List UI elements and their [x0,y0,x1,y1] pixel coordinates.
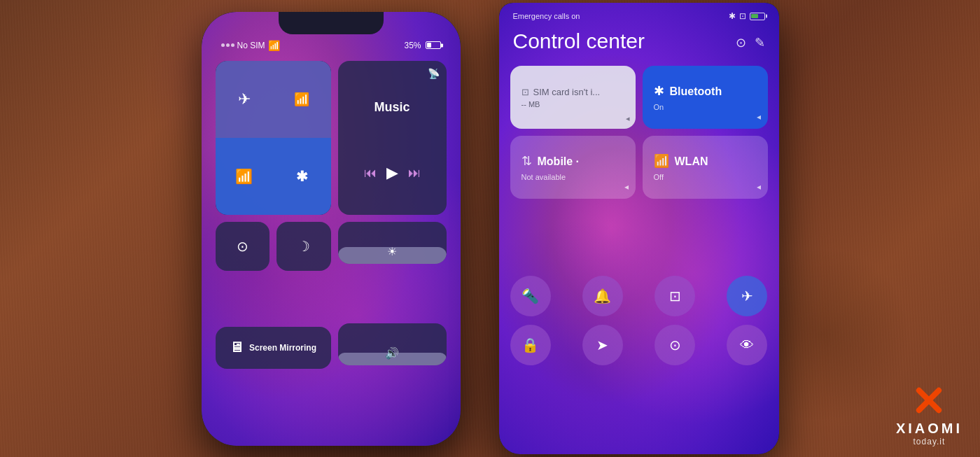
wlan-arrow: ◂ [757,182,761,192]
mobile-data-title: Mobile · [538,155,580,168]
settings-icon[interactable]: ⊙ [736,35,746,50]
music-widget[interactable]: 📡 Music ⏮ ▶ ⏭ [338,61,447,216]
bell-icon: 🔔 [594,288,611,304]
sim-arrow: ◂ [626,114,630,123]
brand-domain: today.it [913,437,946,447]
screen-mirror-label: Screen Mirroring [249,343,316,353]
mobile-data-icon: ⇅ [522,153,532,169]
brightness-slider[interactable]: ☀ [338,222,447,264]
wlan-title: WLAN [675,155,708,168]
xiaomi-device: Emergency calls on ✱ ⊡ Control center ⊙ … [499,3,779,454]
fast-forward-icon[interactable]: ⏭ [408,166,421,181]
wifi-icon: 📶 [235,168,253,185]
phones-wrapper: No SIM 📶 35% ✈ [0,0,980,457]
emergency-text: Emergency calls on [513,12,580,20]
brightness-icon: ☀ [387,245,397,258]
bluetooth-title: Bluetooth [670,85,722,98]
iphone-screen: No SIM 📶 35% ✈ [202,12,461,446]
xiaomi-screen: Emergency calls on ✱ ⊡ Control center ⊙ … [499,3,779,454]
wifi-status-icon: 📶 [268,40,280,51]
sim-card-icon: ⊡ [522,87,529,97]
battery-fill [427,43,431,48]
cellular-button[interactable]: 📶 [273,61,331,138]
carrier-label: No SIM [237,41,265,50]
screen-mirror-button[interactable]: 🖥 Screen Mirroring [216,327,331,369]
sim-mb-label: -- MB [522,100,624,108]
xiaomi-status-icons: ✱ ⊡ [729,11,765,21]
wifi-button[interactable]: 📶 [216,138,274,215]
moon-icon: ☽ [298,238,310,255]
connectivity-grid: ✈ 📶 📶 ✱ [216,61,331,216]
signal-dots [221,43,234,47]
iphone-device: No SIM 📶 35% ✈ [202,12,461,446]
navigate-icon: ➤ [596,337,608,353]
sim-tile[interactable]: ⊡ SIM card isn't i... -- MB ◂ [510,66,636,129]
signal-dot [231,43,234,47]
status-left: No SIM 📶 [221,40,280,51]
sim-status-icon: ⊡ [739,11,746,21]
bluetooth-tile[interactable]: ✱ Bluetooth On ◂ [643,66,768,129]
accessibility-button[interactable]: 👁 [727,325,767,365]
wlan-subtitle: Off [654,173,757,181]
bluetooth-tile-icon: ✱ [654,83,664,99]
night-mode-button[interactable]: ☽ [276,222,331,271]
status-right: 35% [404,41,440,50]
flashlight-button[interactable]: 🔦 [510,276,551,316]
flashlight-icon: 🔦 [522,288,539,304]
bluetooth-button[interactable]: ✱ [273,138,331,215]
battery-indicator [426,41,441,49]
sliders-column: ☀ 🔊 [338,222,447,418]
battery-body [426,41,441,49]
wlan-tile[interactable]: 📶 WLAN Off ◂ [643,136,768,199]
mobile-data-arrow: ◂ [624,182,629,192]
sim-header: ⊡ SIM card isn't i... [522,87,624,97]
notification-button[interactable]: 🔔 [582,276,623,316]
xiaomi-cc-title: Control center [513,29,645,53]
edit-icon[interactable]: ✎ [755,35,765,50]
focus-icon: ⊙ [669,337,681,353]
iphone-control-center: ✈ 📶 📶 ✱ 📡 Music [216,61,447,418]
cast-icon: 📡 [428,68,440,79]
screenshot-button[interactable]: ⊡ [654,276,695,316]
bottom-row-1: ⊙ ☽ [216,222,331,320]
signal-dot [226,43,230,47]
focus-button[interactable]: ⊙ [654,325,695,365]
iphone-notch [279,12,384,34]
bluetooth-subtitle: On [654,103,757,111]
play-icon[interactable]: ▶ [386,164,398,182]
music-label: Music [374,100,410,115]
bluetooth-arrow: ◂ [757,112,761,122]
airplane-icon: ✈ [238,90,251,108]
screen-mirror-icon: 🖥 [230,339,244,356]
sim-title: SIM card isn't i... [533,87,601,97]
volume-slider[interactable]: 🔊 [338,323,447,365]
airplane-icon-xm: ✈ [741,288,753,304]
rotation-lock-icon: ⊙ [237,238,248,255]
iphone-status-bar: No SIM 📶 35% [202,40,461,51]
mobile-data-subtitle: Not available [522,173,624,181]
screenshot-icon: ⊡ [669,288,681,304]
mobile-data-tile[interactable]: ⇅ Mobile · Not available ◂ [510,136,636,199]
xiaomi-icon-row-1: 🔦 🔔 ⊡ ✈ [510,276,768,316]
volume-icon: 🔊 [385,346,399,360]
cellular-icon: 📶 [294,92,309,107]
lock-icon: 🔒 [522,337,539,353]
airplane-mode-button[interactable]: ✈ [216,61,274,138]
bottom-row-2: 🖥 Screen Mirroring [216,327,331,418]
bluetooth-status-icon: ✱ [729,11,736,21]
wlan-icon: 📶 [654,153,669,169]
xiaomi-control-grid: ⊡ SIM card isn't i... -- MB ◂ ✱ Bluetoot… [510,66,768,213]
battery-percent: 35% [404,41,421,50]
music-controls: ⏮ ▶ ⏭ [364,164,421,182]
xiaomi-icon-row-2: 🔒 ➤ ⊙ 👁 [510,325,768,365]
rotation-lock-button[interactable]: ⊙ [216,222,270,271]
brand-name: xiaomi [896,421,962,437]
navigate-button[interactable]: ➤ [582,325,623,365]
xiaomi-battery-fill [751,14,758,18]
lock-button[interactable]: 🔒 [510,325,551,365]
xiaomi-title-icons: ⊙ ✎ [736,35,765,50]
bluetooth-icon: ✱ [296,168,308,185]
rewind-icon[interactable]: ⏮ [364,166,377,181]
airplane-mode-button-xm[interactable]: ✈ [727,276,767,316]
signal-dot [221,43,225,47]
